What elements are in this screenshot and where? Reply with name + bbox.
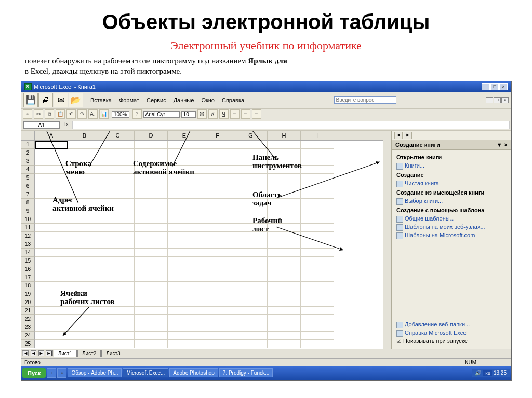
cell[interactable] — [201, 315, 234, 323]
cell[interactable] — [168, 166, 201, 174]
cell[interactable] — [201, 323, 234, 332]
cell[interactable] — [68, 273, 101, 282]
mdi-restore[interactable]: □ — [494, 97, 501, 103]
cell[interactable] — [234, 141, 268, 149]
formula-input[interactable] — [72, 121, 510, 129]
cell[interactable] — [234, 298, 268, 307]
align-center-icon[interactable]: ≡ — [241, 109, 250, 119]
cell[interactable] — [35, 141, 68, 149]
cell[interactable] — [234, 273, 268, 282]
tp-link-help[interactable]: Справка Microsoft Excel — [396, 328, 507, 337]
row-header[interactable]: 5 — [21, 174, 35, 182]
help-search-input[interactable] — [334, 96, 396, 104]
cell[interactable] — [301, 298, 334, 307]
cell[interactable] — [35, 240, 68, 249]
cell[interactable] — [135, 298, 168, 307]
menu-tools[interactable]: Сервис — [143, 96, 169, 104]
cell[interactable] — [268, 215, 301, 224]
row-header[interactable]: 4 — [21, 166, 35, 174]
cell[interactable] — [201, 166, 234, 174]
tp-link-choose[interactable]: Выбор книги... — [396, 197, 507, 205]
cell[interactable] — [135, 265, 168, 273]
cell[interactable] — [168, 157, 201, 166]
cell[interactable] — [135, 207, 168, 215]
sheet-tab-2[interactable]: Лист2 — [77, 350, 101, 357]
taskbar-item-photoshop[interactable]: Adobe Photoshop — [169, 368, 218, 377]
sheet-nav-last[interactable]: ►| — [46, 350, 52, 356]
cell[interactable] — [268, 174, 301, 182]
cell[interactable] — [201, 298, 234, 307]
cell[interactable] — [68, 307, 101, 315]
cell[interactable] — [35, 182, 68, 190]
cell[interactable] — [35, 190, 68, 199]
cell[interactable] — [234, 207, 268, 215]
menu-insert[interactable]: Вставка — [87, 96, 115, 104]
cell[interactable] — [135, 249, 168, 257]
cell[interactable] — [201, 340, 234, 348]
cell[interactable] — [68, 190, 101, 199]
cell[interactable] — [234, 174, 268, 182]
cell[interactable] — [301, 315, 334, 323]
row-header[interactable]: 3 — [21, 157, 35, 166]
cell[interactable] — [168, 190, 201, 199]
cell[interactable] — [201, 174, 234, 182]
cell[interactable] — [68, 323, 101, 332]
cell[interactable] — [35, 323, 68, 332]
cell[interactable] — [301, 249, 334, 257]
cell[interactable] — [301, 257, 334, 265]
cell[interactable] — [35, 224, 68, 232]
sheet-tab-3[interactable]: Лист3 — [101, 350, 125, 357]
cell[interactable] — [268, 190, 301, 199]
cell[interactable] — [101, 257, 135, 265]
cell[interactable] — [268, 141, 301, 149]
close-button[interactable]: × — [499, 83, 508, 90]
cell[interactable] — [101, 273, 135, 282]
row-header[interactable]: 9 — [21, 207, 35, 215]
cell[interactable] — [234, 224, 268, 232]
cell[interactable] — [268, 282, 301, 290]
vertical-scrollbar[interactable] — [383, 131, 391, 349]
cell[interactable] — [301, 182, 334, 190]
row-header[interactable]: 19 — [21, 290, 35, 298]
cell[interactable] — [135, 340, 168, 348]
row-header[interactable]: 1 — [21, 141, 35, 149]
cell[interactable] — [101, 323, 135, 332]
help-icon[interactable]: ? — [132, 109, 142, 119]
name-box[interactable]: A1 — [23, 121, 60, 129]
menu-window[interactable]: Окно — [198, 96, 218, 104]
cell[interactable] — [301, 340, 334, 348]
cell[interactable] — [301, 282, 334, 290]
cell[interactable] — [168, 232, 201, 240]
col-header-f[interactable]: F — [201, 131, 234, 140]
cell[interactable] — [301, 332, 334, 340]
cell[interactable] — [268, 340, 301, 348]
sheet-nav-first[interactable]: |◄ — [22, 350, 29, 356]
row-header[interactable]: 6 — [21, 182, 35, 190]
cell[interactable] — [201, 273, 234, 282]
start-button[interactable]: Пуск — [22, 368, 46, 378]
cell[interactable] — [301, 290, 334, 298]
cell[interactable] — [168, 290, 201, 298]
row-header[interactable]: 24 — [21, 332, 35, 340]
cell[interactable] — [35, 290, 68, 298]
cell[interactable] — [234, 282, 268, 290]
cell[interactable] — [268, 307, 301, 315]
cell[interactable] — [68, 166, 101, 174]
cell[interactable] — [268, 240, 301, 249]
cell[interactable] — [234, 265, 268, 273]
cell[interactable] — [168, 257, 201, 265]
row-header[interactable]: 2 — [21, 149, 35, 157]
cell[interactable] — [35, 332, 68, 340]
cell[interactable] — [301, 232, 334, 240]
cell[interactable] — [135, 224, 168, 232]
cell[interactable] — [201, 224, 234, 232]
cell[interactable] — [268, 332, 301, 340]
cell[interactable] — [68, 215, 101, 224]
cell[interactable] — [301, 199, 334, 207]
cell[interactable] — [234, 240, 268, 249]
tp-link-general[interactable]: Общие шаблоны... — [396, 214, 507, 223]
cell[interactable] — [35, 282, 68, 290]
cell[interactable] — [35, 298, 68, 307]
cell[interactable] — [35, 340, 68, 348]
col-header-e[interactable]: E — [168, 131, 201, 140]
